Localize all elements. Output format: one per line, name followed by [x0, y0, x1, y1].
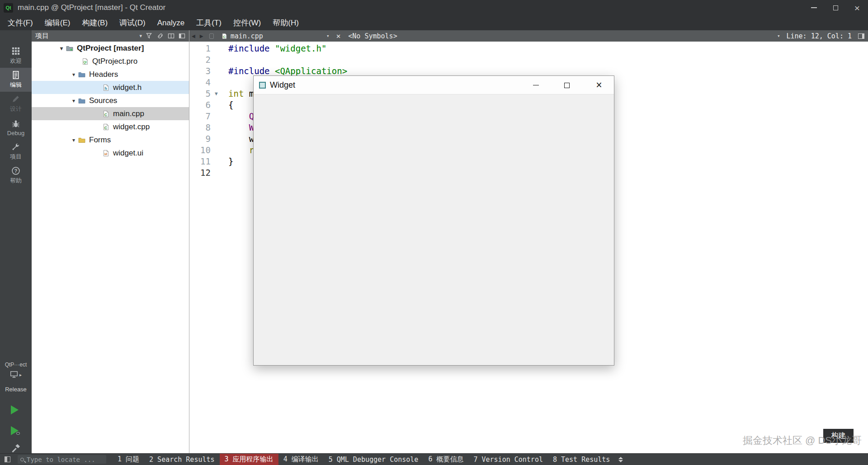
chevron-down-icon[interactable]: ▾: [777, 33, 780, 39]
tree-label: widget.ui: [113, 149, 143, 158]
run-button[interactable]: [11, 405, 19, 414]
pane-expand-icon[interactable]: [618, 457, 623, 462]
status-bar: 1 问题 2 Search Results 3 应用程序输出 4 编译输出 5 …: [0, 453, 868, 465]
mode-welcome[interactable]: 欢迎: [0, 44, 32, 68]
mode-help[interactable]: ? 帮助: [0, 164, 32, 188]
split-panel-icon[interactable]: [168, 33, 175, 39]
mode-debug[interactable]: Debug: [0, 116, 32, 140]
menu-analyze[interactable]: Analyze: [151, 15, 190, 30]
code-line[interactable]: 1 #include "widget.h": [189, 43, 868, 54]
projects-wrench-icon: [11, 142, 20, 151]
pane-test-results[interactable]: 8 Test Results: [548, 454, 615, 465]
toggle-left-sidebar-icon[interactable]: [5, 456, 10, 462]
tree-label: widget.h: [113, 83, 142, 92]
debug-bug-icon: [11, 119, 20, 128]
code-text: [224, 54, 228, 66]
watermark-text: 掘金技术社区 @ DS小龙哥: [743, 434, 862, 447]
mode-welcome-label: 欢迎: [10, 57, 22, 65]
pane-search-results[interactable]: 2 Search Results: [144, 454, 220, 465]
locator-input[interactable]: [27, 456, 99, 463]
chevron-down-icon[interactable]: ▾: [57, 45, 66, 52]
menu-debug[interactable]: 调试(D): [113, 15, 151, 30]
kit-selector-button[interactable]: ▸: [0, 371, 32, 379]
toggle-sidebar-icon[interactable]: [858, 33, 864, 39]
code-line[interactable]: 2: [189, 54, 868, 66]
forms-folder-icon: [78, 136, 85, 144]
menu-build[interactable]: 构建(B): [76, 15, 113, 30]
symbols-dropdown[interactable]: <No Symbols>: [348, 32, 397, 40]
menu-window[interactable]: 控件(W): [227, 15, 267, 30]
cpp-file-icon: C: [102, 123, 109, 131]
widget-window-titlebar[interactable]: Widget ×: [254, 76, 614, 94]
filter-icon[interactable]: [146, 33, 153, 39]
forward-icon[interactable]: ▶: [198, 33, 206, 39]
editor-toolbar: ◀ ▶ C main.cpp ▾ ✕ <No Symbols> ▾ Line: …: [189, 30, 868, 42]
maximize-button[interactable]: [825, 0, 846, 15]
menu-file[interactable]: 文件(F): [2, 15, 39, 30]
close-button[interactable]: ×: [846, 0, 868, 15]
widget-close-button[interactable]: ×: [589, 76, 609, 94]
app-icon: Qt: [4, 3, 13, 13]
pane-application-output[interactable]: 3 应用程序输出: [220, 454, 278, 465]
widget-window-content: [254, 94, 614, 365]
locator-box[interactable]: [18, 455, 106, 464]
close-icon: ×: [596, 80, 602, 90]
sources-folder-icon: [78, 97, 85, 104]
pane-qml-debugger-console[interactable]: 5 QML Debugger Console: [324, 454, 424, 465]
menu-bar: 文件(F) 编辑(E) 构建(B) 调试(D) Analyze 工具(T) 控件…: [0, 15, 868, 30]
back-icon[interactable]: ◀: [189, 33, 198, 39]
tree-row-pro-file[interactable]: Qt QtProject.pro: [32, 55, 189, 68]
tree-label: Forms: [89, 136, 111, 145]
chevron-down-icon[interactable]: ▾: [69, 98, 78, 104]
minimize-icon: [811, 7, 817, 8]
close-document-icon[interactable]: ✕: [332, 32, 345, 40]
minimize-button[interactable]: [803, 0, 825, 15]
pane-version-control[interactable]: 7 Version Control: [468, 454, 548, 465]
mode-edit[interactable]: 编辑: [0, 68, 32, 92]
mode-projects-label: 项目: [10, 153, 22, 161]
chevron-down-icon[interactable]: ▾: [326, 33, 330, 39]
menu-help[interactable]: 帮助(H): [267, 15, 305, 30]
document-selector[interactable]: C main.cpp ▾: [218, 32, 332, 40]
pane-summary-info[interactable]: 6 概要信息: [423, 454, 468, 465]
menu-tools[interactable]: 工具(T): [190, 15, 227, 30]
welcome-grid-icon: [11, 47, 20, 56]
tree-label: Sources: [89, 96, 117, 105]
mode-projects[interactable]: 项目: [0, 140, 32, 164]
svg-text:C: C: [104, 112, 108, 117]
widget-minimize-button[interactable]: [525, 76, 546, 94]
project-panel-header: 项目 ▾: [32, 30, 189, 42]
widget-app-window[interactable]: Widget ×: [253, 75, 614, 366]
tree-row-headers[interactable]: ▾ Headers: [32, 68, 189, 81]
project-panel-title[interactable]: 项目: [35, 32, 49, 40]
tree-row-main-cpp[interactable]: C main.cpp: [32, 107, 189, 120]
panel-dropdown-icon[interactable]: ▾: [139, 33, 142, 39]
tree-label: QtProject [master]: [77, 44, 144, 53]
line-number: 8: [189, 122, 224, 133]
pane-issues[interactable]: 1 问题: [113, 454, 144, 465]
line-number-current: 12: [189, 167, 224, 178]
line-number: 6: [189, 99, 224, 111]
sync-link-icon[interactable]: [157, 33, 164, 39]
tree-row-forms[interactable]: ▾ Forms: [32, 133, 189, 146]
build-hammer-icon: [10, 443, 21, 454]
widget-maximize-button[interactable]: [557, 76, 577, 94]
tree-row-widget-ui[interactable]: ui widget.ui: [32, 146, 189, 160]
tree-row-widget-h[interactable]: h widget.h: [32, 81, 189, 94]
widget-window-icon: [259, 82, 266, 89]
svg-text:?: ?: [14, 168, 18, 174]
tree-row-project-root[interactable]: ▾ QtProject [master]: [32, 42, 189, 55]
project-panel: 项目 ▾ ▾ QtProje: [32, 30, 189, 453]
kit-selector-label[interactable]: QtP···ect: [0, 362, 32, 368]
close-panel-icon[interactable]: [179, 33, 185, 39]
tree-row-widget-cpp[interactable]: C widget.cpp: [32, 120, 189, 133]
mode-design-label: 设计: [10, 105, 22, 113]
chevron-down-icon[interactable]: ▾: [69, 71, 78, 78]
mode-debug-label: Debug: [7, 130, 24, 136]
tree-row-sources[interactable]: ▾ Sources: [32, 94, 189, 107]
pane-compile-output[interactable]: 4 编译输出: [278, 454, 324, 465]
svg-text:C: C: [104, 125, 108, 130]
fold-marker-icon[interactable]: ▼: [215, 88, 218, 99]
chevron-down-icon[interactable]: ▾: [69, 137, 78, 143]
menu-edit[interactable]: 编辑(E): [39, 15, 76, 30]
